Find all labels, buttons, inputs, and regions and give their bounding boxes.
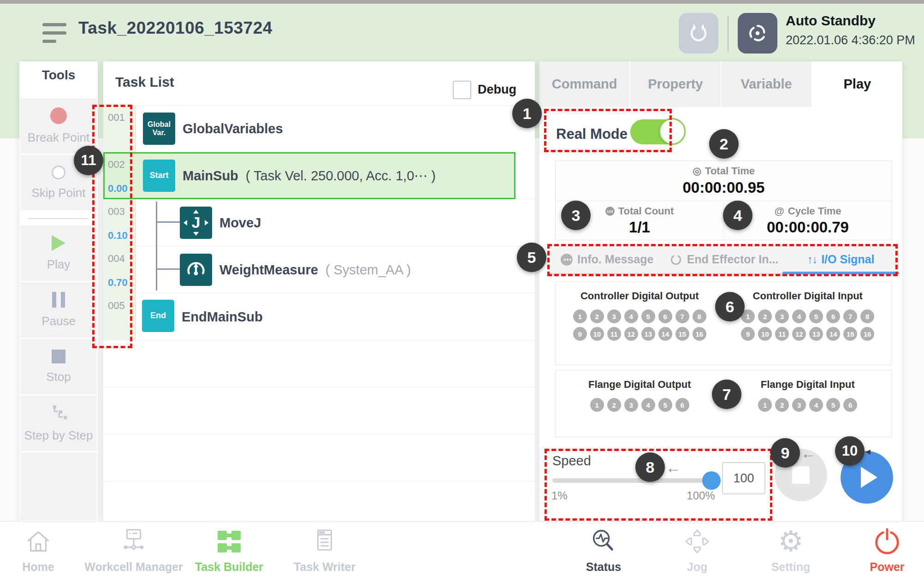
bottom-navigation: Home Workcell Manager Task Builder	[0, 521, 924, 582]
nav-workcell-manager[interactable]: Workcell Manager	[78, 526, 189, 574]
nav-power[interactable]: Power	[832, 526, 924, 574]
total-count-value: 1/1	[629, 219, 650, 236]
window-top-strip	[0, 0, 924, 4]
io-dot-1: 1	[590, 398, 604, 412]
task-row[interactable]: WeightMeasure ( System_AA )	[219, 246, 411, 293]
io-dot-7: 7	[843, 309, 857, 323]
io-dot-14: 14	[826, 327, 840, 341]
io-dot-1: 1	[741, 309, 755, 323]
speed-label: Speed	[552, 453, 591, 469]
io-dot-6: 6	[658, 309, 672, 323]
debug-checkbox[interactable]	[453, 81, 471, 99]
io-dot-16: 16	[860, 327, 874, 341]
line-number: 001	[108, 112, 136, 124]
task-writer-icon	[310, 526, 339, 557]
weight-measure-icon[interactable]	[180, 254, 212, 286]
speed-slider-knob[interactable]	[702, 471, 721, 490]
servo-gripper-icon[interactable]	[679, 13, 718, 53]
task-row[interactable]: EndMainSub	[182, 293, 263, 340]
io-dot-1: 1	[573, 309, 587, 323]
flange-digital-output: Flange Digital Output 123456	[556, 370, 724, 437]
end-icon[interactable]: End	[142, 300, 174, 332]
io-dot-1: 1	[758, 398, 772, 412]
play-panel: Command Property Variable Play Real Mode…	[539, 61, 902, 521]
task-row[interactable]: GlobalVariables	[183, 105, 283, 152]
play-start-button[interactable]	[841, 451, 893, 504]
nav-setting[interactable]: ⚙ Setting	[735, 526, 846, 574]
cycle-time-icon: @	[774, 205, 784, 217]
cycle-time-label: Cycle Time	[788, 205, 841, 217]
io-dot-11: 11	[607, 327, 621, 341]
skip-point-button[interactable]: Skip Point	[20, 155, 97, 210]
io-dot-4: 4	[792, 309, 806, 323]
pause-tool-button[interactable]: Pause	[20, 282, 97, 338]
io-dot-6: 6	[843, 398, 857, 412]
total-count-label: Total Count	[618, 205, 674, 217]
tab-variable[interactable]: Variable	[722, 61, 812, 107]
play-icon	[52, 235, 65, 251]
step-by-step-label: Step by Step	[24, 428, 93, 443]
robot-mode-icon[interactable]	[738, 13, 777, 53]
movej-icon[interactable]: J	[180, 207, 212, 239]
subtab-label: End Effector In...	[687, 253, 779, 266]
stop-tool-button[interactable]: Stop	[20, 339, 97, 394]
start-icon[interactable]: Start	[143, 160, 175, 192]
step-by-step-button[interactable]: Step by Step	[20, 396, 97, 451]
speed-min-label: 1%	[551, 489, 568, 502]
io-dot-3: 3	[792, 398, 806, 412]
global-variables-icon[interactable]: Global Var.	[143, 113, 175, 145]
nav-label: Jog	[687, 560, 707, 574]
cycle-time-value: 00:00:00.79	[767, 219, 849, 236]
controller-output-dots: 12345678910111213141516	[572, 309, 707, 341]
total-time-icon: ◎	[693, 165, 701, 177]
tools-filler	[20, 452, 97, 520]
icon-text: Global	[148, 120, 171, 129]
subtab-io-signal[interactable]: ↑↓ I/O Signal	[782, 246, 899, 273]
nav-label: Workcell Manager	[84, 560, 183, 574]
play-stop-button[interactable]	[775, 449, 827, 501]
pause-label: Pause	[41, 314, 76, 328]
real-mode-toggle[interactable]	[630, 119, 682, 144]
io-dot-6: 6	[675, 398, 689, 412]
speed-value-input[interactable]: 100	[722, 462, 765, 494]
speed-max-label: 100%	[682, 489, 719, 502]
io-dot-5: 5	[826, 398, 840, 412]
task-list-title: Task List	[115, 74, 174, 90]
io-dot-5: 5	[641, 309, 655, 323]
io-dot-2: 2	[607, 398, 621, 412]
subtab-info-message[interactable]: Info. Message	[549, 246, 665, 273]
tab-command[interactable]: Command	[539, 61, 630, 107]
tab-play[interactable]: Play	[812, 61, 902, 107]
total-time-cell: ◎ Total Time 00:00:00.95	[556, 161, 892, 201]
task-row[interactable]: MoveJ	[219, 199, 261, 246]
header-divider	[728, 16, 729, 52]
break-point-button[interactable]: Break Point	[20, 98, 97, 154]
io-dot-6: 6	[826, 309, 840, 323]
speed-slider-track[interactable]	[552, 478, 711, 483]
nav-task-builder[interactable]: Task Builder	[174, 526, 284, 574]
io-dot-13: 13	[641, 327, 655, 341]
io-dot-4: 4	[641, 398, 655, 412]
hamburger-menu-icon[interactable]	[42, 23, 68, 44]
flange-input-dots: 123456	[740, 398, 875, 412]
robot-status: Auto Standby 2022.01.06 4:36:20 PM	[786, 13, 915, 48]
flange-digital-input: Flange Digital Input 123456	[724, 370, 892, 437]
row-divider	[103, 481, 535, 481]
play-tool-button[interactable]: Play	[20, 226, 97, 281]
nav-task-writer[interactable]: Task Writer	[269, 526, 380, 574]
io-dot-13: 13	[809, 327, 823, 341]
command-name: EndMainSub	[182, 309, 263, 325]
task-row-selected[interactable]: MainSub ( Task Vel. 250.000, Acc. 1,0⋯ )	[183, 152, 436, 199]
flange-output-label: Flange Digital Output	[588, 379, 691, 391]
total-count-cell: 123 Total Count 1/1	[556, 201, 724, 240]
io-dot-2: 2	[758, 309, 772, 323]
io-dot-15: 15	[843, 327, 857, 341]
subtab-end-effector[interactable]: End Effector In...	[665, 246, 782, 273]
toggle-knob	[659, 118, 686, 145]
tools-panel: Tools Break Point Skip Point Play Pause …	[19, 61, 98, 521]
icon-text: Var.	[153, 129, 166, 137]
total-count-icon: 123	[605, 207, 615, 216]
tab-property[interactable]: Property	[630, 61, 721, 107]
gauge-icon	[185, 259, 207, 281]
break-point-icon	[50, 107, 67, 124]
